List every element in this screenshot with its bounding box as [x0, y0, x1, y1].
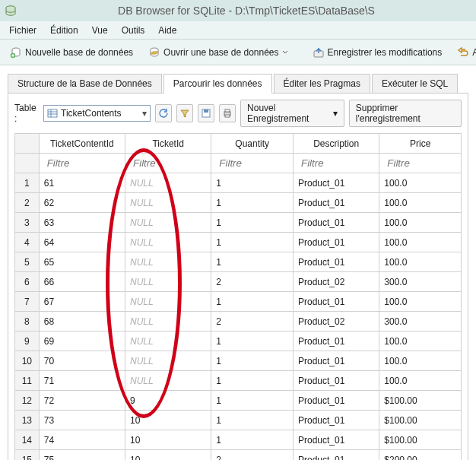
cell[interactable]: Product_01	[293, 351, 379, 371]
cell[interactable]: 100.0	[379, 213, 462, 233]
cell[interactable]: 65	[39, 252, 125, 272]
cancel-modifications-button[interactable]: Annuler les m	[452, 43, 476, 62]
menu-tools[interactable]: Outils	[116, 23, 151, 38]
menu-edit[interactable]: Édition	[44, 23, 84, 38]
cell[interactable]: Product_01	[293, 391, 379, 411]
cell[interactable]: 1	[211, 351, 294, 371]
row-number[interactable]: 13	[15, 411, 40, 430]
cell[interactable]: 1	[211, 193, 294, 213]
new-database-button[interactable]: Nouvelle base de données	[5, 43, 138, 62]
cell[interactable]: 1	[211, 233, 294, 252]
cell[interactable]: 75	[39, 450, 125, 461]
col-header[interactable]: Quantity	[211, 134, 294, 154]
col-header[interactable]: TicketContentId	[39, 134, 125, 154]
cell[interactable]: Product_01	[293, 430, 379, 450]
cell[interactable]: 100.0	[379, 332, 462, 351]
col-header[interactable]: Price	[379, 134, 462, 154]
cell[interactable]: 1	[211, 292, 294, 312]
row-number[interactable]: 10	[15, 351, 40, 371]
cell[interactable]: NULL	[125, 351, 211, 371]
cell[interactable]: 10	[125, 411, 211, 430]
cell[interactable]: 100.0	[379, 233, 462, 252]
cell[interactable]: 2	[211, 450, 294, 461]
cell[interactable]: Product_01	[293, 233, 379, 252]
cell[interactable]: 100.0	[379, 292, 462, 312]
clear-filters-button[interactable]	[176, 104, 193, 122]
row-number[interactable]: 4	[15, 233, 40, 252]
tab-structure[interactable]: Structure de la Base de Données	[8, 74, 162, 93]
cell[interactable]: 1	[211, 332, 294, 351]
cell[interactable]: 73	[39, 411, 125, 430]
cell[interactable]: $100.00	[379, 391, 462, 411]
print-button[interactable]	[219, 104, 236, 122]
cell[interactable]: 1	[211, 173, 294, 193]
cell[interactable]: 100.0	[379, 252, 462, 272]
menu-help[interactable]: Aide	[152, 23, 182, 38]
save-modifications-button[interactable]: Enregistrer les modifications	[307, 43, 448, 62]
filter-input[interactable]	[216, 155, 288, 172]
cell[interactable]: Product_01	[293, 252, 379, 272]
save-table-button[interactable]	[198, 104, 214, 122]
cell[interactable]: $100.00	[379, 430, 462, 450]
cell[interactable]: Product_01	[293, 213, 379, 233]
cell[interactable]: NULL	[125, 213, 211, 233]
cell[interactable]: NULL	[125, 371, 211, 391]
cell[interactable]: 300.0	[379, 312, 462, 332]
row-number[interactable]: 7	[15, 292, 40, 312]
cell[interactable]: $200.00	[379, 450, 462, 461]
cell[interactable]: NULL	[125, 332, 211, 351]
cell[interactable]: 2	[211, 272, 294, 292]
cell[interactable]: $100.00	[379, 411, 462, 430]
cell[interactable]: NULL	[125, 233, 211, 252]
table-row[interactable]: 363NULL1Product_01100.0	[15, 213, 462, 233]
cell[interactable]: NULL	[125, 272, 211, 292]
cell[interactable]: NULL	[125, 312, 211, 332]
cell[interactable]: 63	[39, 213, 125, 233]
table-row[interactable]: 969NULL1Product_01100.0	[15, 332, 462, 351]
cell[interactable]: 10	[125, 430, 211, 450]
table-row[interactable]: 262NULL1Product_01100.0	[15, 193, 462, 213]
table-row[interactable]: 565NULL1Product_01100.0	[15, 252, 462, 272]
cell[interactable]: NULL	[125, 252, 211, 272]
row-number[interactable]: 2	[15, 193, 40, 213]
col-header[interactable]: TicketId	[125, 134, 211, 154]
row-number[interactable]: 14	[15, 430, 40, 450]
cell[interactable]: 71	[39, 371, 125, 391]
row-number[interactable]: 6	[15, 272, 40, 292]
new-record-button[interactable]: Nouvel Enregistrement ▾	[240, 100, 344, 127]
tab-pragmas[interactable]: Éditer les Pragmas	[274, 74, 370, 93]
row-number[interactable]: 8	[15, 312, 40, 332]
menu-view[interactable]: Vue	[86, 23, 114, 38]
table-row[interactable]: 1575102Product_01$200.00	[15, 450, 462, 461]
cell[interactable]: Product_02	[293, 312, 379, 332]
cell[interactable]: Product_01	[293, 173, 379, 193]
cell[interactable]: 66	[39, 272, 125, 292]
row-number[interactable]: 12	[15, 391, 40, 411]
table-select[interactable]: TicketContents ▾	[43, 105, 151, 122]
cell[interactable]: NULL	[125, 292, 211, 312]
cell[interactable]: 67	[39, 292, 125, 312]
row-number[interactable]: 1	[15, 173, 40, 193]
table-row[interactable]: 1070NULL1Product_01100.0	[15, 351, 462, 371]
refresh-button[interactable]	[155, 104, 172, 122]
cell[interactable]: 1	[211, 252, 294, 272]
table-row[interactable]: 464NULL1Product_01100.0	[15, 233, 462, 252]
cell[interactable]: 9	[125, 391, 211, 411]
col-header[interactable]: Description	[293, 134, 379, 154]
table-row[interactable]: 767NULL1Product_01100.0	[15, 292, 462, 312]
cell[interactable]: 1	[211, 411, 294, 430]
filter-input[interactable]	[130, 155, 206, 172]
cell[interactable]: Product_01	[293, 371, 379, 391]
cell[interactable]: 62	[39, 193, 125, 213]
cell[interactable]: Product_01	[293, 292, 379, 312]
cell[interactable]: NULL	[125, 173, 211, 193]
row-number[interactable]: 15	[15, 450, 40, 461]
tab-sql[interactable]: Exécuter le SQL	[372, 74, 458, 93]
cell[interactable]: 74	[39, 430, 125, 450]
table-row[interactable]: 161NULL1Product_01100.0	[15, 173, 462, 193]
cell[interactable]: 70	[39, 351, 125, 371]
cell[interactable]: 64	[39, 233, 125, 252]
table-row[interactable]: 1373101Product_01$100.00	[15, 411, 462, 430]
cell[interactable]: 100.0	[379, 173, 462, 193]
cell[interactable]: 300.0	[379, 272, 462, 292]
